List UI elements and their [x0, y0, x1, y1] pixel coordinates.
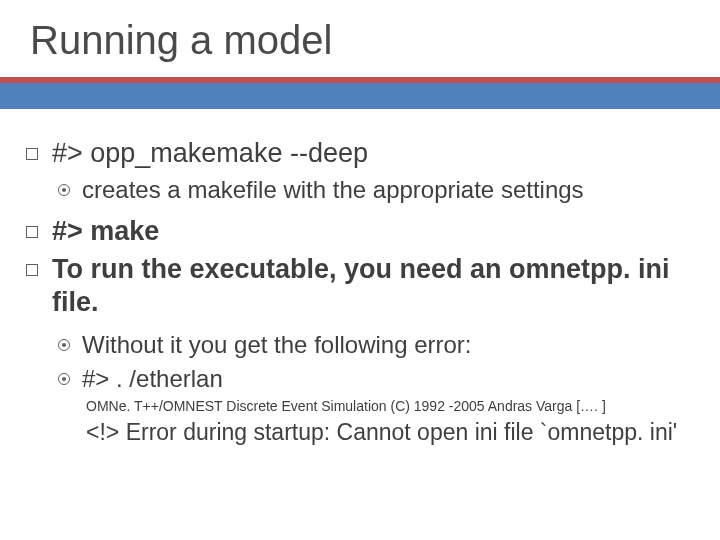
footnote-text: OMNe. T++/OMNEST Discrete Event Simulati… — [86, 398, 710, 414]
slide: Running a model — [0, 0, 720, 63]
list-item-text: #> opp_makemake --deep — [52, 137, 368, 171]
list-item-text: Without it you get the following error: — [82, 330, 472, 360]
list-item: Without it you get the following error: — [58, 330, 710, 360]
list-item-text: To run the executable, you need an omnet… — [52, 253, 710, 321]
list-item: #> . /etherlan — [58, 364, 710, 394]
list-item: #> opp_makemake --deep — [26, 137, 710, 171]
slide-title: Running a model — [30, 18, 690, 63]
target-bullet-icon — [58, 339, 70, 351]
square-bullet-icon — [26, 148, 38, 160]
accent-bar — [0, 77, 720, 109]
target-bullet-icon — [58, 184, 70, 196]
error-text: <!> Error during startup: Cannot open in… — [86, 418, 710, 447]
square-bullet-icon — [26, 226, 38, 238]
list-item-text: #> make — [52, 215, 159, 249]
list-item: #> make — [26, 215, 710, 249]
slide-content: #> opp_makemake --deep creates a makefil… — [0, 137, 720, 447]
square-bullet-icon — [26, 264, 38, 276]
list-item-text: #> . /etherlan — [82, 364, 223, 394]
list-item: To run the executable, you need an omnet… — [26, 253, 710, 321]
target-bullet-icon — [58, 373, 70, 385]
list-item-text: creates a makefile with the appropriate … — [82, 175, 584, 205]
list-item: creates a makefile with the appropriate … — [58, 175, 710, 205]
